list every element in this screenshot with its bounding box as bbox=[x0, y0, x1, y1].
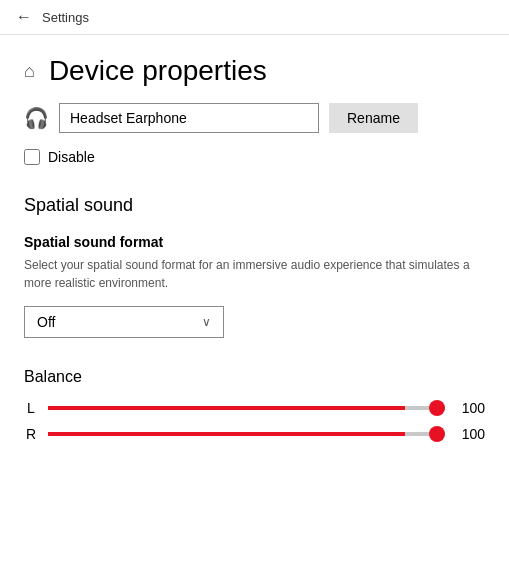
spatial-sound-title: Spatial sound bbox=[24, 195, 485, 216]
top-bar: ← Settings bbox=[0, 0, 509, 35]
spatial-sound-dropdown[interactable]: Off ∨ bbox=[24, 306, 224, 338]
page-title: Device properties bbox=[49, 55, 267, 87]
disable-checkbox[interactable] bbox=[24, 149, 40, 165]
balance-title: Balance bbox=[24, 368, 485, 386]
spatial-sound-format-label: Spatial sound format bbox=[24, 234, 485, 250]
left-value: 100 bbox=[455, 400, 485, 416]
spatial-sound-desc: Select your spatial sound format for an … bbox=[24, 256, 485, 292]
right-balance-slider[interactable] bbox=[48, 432, 445, 436]
home-icon: ⌂ bbox=[24, 61, 35, 82]
top-bar-title: Settings bbox=[42, 10, 89, 25]
main-content: 🎧 Rename Disable Spatial sound Spatial s… bbox=[0, 99, 509, 476]
right-value: 100 bbox=[455, 426, 485, 442]
headset-icon: 🎧 bbox=[24, 106, 49, 130]
right-slider-row: R 100 bbox=[24, 426, 485, 442]
left-slider-row: L 100 bbox=[24, 400, 485, 416]
device-name-row: 🎧 Rename bbox=[24, 103, 485, 133]
disable-row: Disable bbox=[24, 149, 485, 165]
disable-label: Disable bbox=[48, 149, 95, 165]
right-label: R bbox=[24, 426, 38, 442]
left-balance-slider[interactable] bbox=[48, 406, 445, 410]
device-name-input[interactable] bbox=[59, 103, 319, 133]
spatial-sound-section: Spatial sound Spatial sound format Selec… bbox=[24, 195, 485, 338]
dropdown-value: Off bbox=[37, 314, 55, 330]
chevron-down-icon: ∨ bbox=[202, 315, 211, 329]
page-header: ⌂ Device properties bbox=[0, 35, 509, 99]
balance-section: Balance L 100 R 100 bbox=[24, 368, 485, 442]
left-label: L bbox=[24, 400, 38, 416]
back-button[interactable]: ← bbox=[16, 8, 32, 26]
rename-button[interactable]: Rename bbox=[329, 103, 418, 133]
